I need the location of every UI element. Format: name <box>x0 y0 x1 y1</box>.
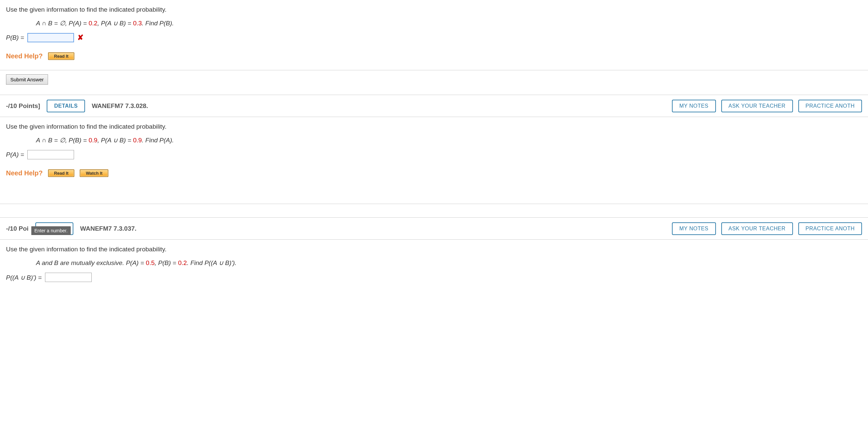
submit-answer-button[interactable]: Submit Answer <box>6 74 48 85</box>
my-notes-button[interactable]: MY NOTES <box>672 222 716 235</box>
need-help-label: Need Help? <box>6 169 43 177</box>
q2-header-right: MY NOTES ASK YOUR TEACHER PRACTICE ANOTH <box>672 100 862 112</box>
q1-submit-area: Submit Answer <box>0 70 868 95</box>
ask-teacher-button[interactable]: ASK YOUR TEACHER <box>721 222 793 235</box>
question-2: Use the given information to find the in… <box>0 117 868 204</box>
q2-ref: WANEFM7 7.3.028. <box>92 102 148 110</box>
question-3-header: -/10 Poi Enter a number. DETAILS WANEFM7… <box>0 217 868 240</box>
q1-val2: 0.3 <box>133 20 142 27</box>
tooltip-enter-number: Enter a number. <box>31 226 71 235</box>
q2-problem: A ∩ B = ∅, P(B) = 0.9, P(A ∪ B) = 0.9. F… <box>36 136 862 144</box>
q1-answer-label: P(B) = <box>6 34 24 41</box>
q2-val2: 0.9 <box>133 137 142 144</box>
q3-pre: A and B are mutually exclusive. P(A) = <box>36 259 146 266</box>
q2-header-left: -/10 Points] DETAILS WANEFM7 7.3.028. <box>6 100 148 112</box>
read-it-button[interactable]: Read It <box>48 52 74 60</box>
q3-val2: 0.2 <box>178 259 187 266</box>
q1-need-help: Need Help? Read It <box>6 52 862 60</box>
watch-it-button[interactable]: Watch It <box>80 169 108 177</box>
spacer <box>0 204 868 217</box>
q2-answer-label: P(A) = <box>6 151 24 158</box>
q2-pre: A ∩ B = ∅, P(B) = <box>36 137 89 144</box>
q3-mid: , P(B) = <box>155 259 178 266</box>
need-help-label: Need Help? <box>6 52 43 60</box>
q3-ref: WANEFM7 7.3.037. <box>80 225 136 232</box>
q1-mid: , P(A ∪ B) = <box>97 20 133 27</box>
q1-answer-row: P(B) = ✘ <box>6 33 862 42</box>
q3-post: . Find P((A ∪ B)'). <box>187 259 237 266</box>
q3-header-left: -/10 Poi Enter a number. DETAILS WANEFM7… <box>6 222 136 235</box>
q3-answer-label: P((A ∪ B)') = <box>6 274 42 281</box>
question-2-header: -/10 Points] DETAILS WANEFM7 7.3.028. MY… <box>0 95 868 117</box>
details-button[interactable]: DETAILS <box>47 100 85 112</box>
read-it-button[interactable]: Read It <box>48 169 74 177</box>
q3-instruction: Use the given information to find the in… <box>6 246 862 253</box>
q1-problem: A ∩ B = ∅, P(A) = 0.2, P(A ∪ B) = 0.3. F… <box>36 19 862 27</box>
q1-post: . Find P(B). <box>142 20 174 27</box>
practice-another-button[interactable]: PRACTICE ANOTH <box>798 222 862 235</box>
q3-points-prefix: -/10 Poi <box>6 225 29 232</box>
q3-answer-row: P((A ∪ B)') = <box>6 273 862 282</box>
q2-answer-row: P(A) = <box>6 150 862 159</box>
q2-mid: , P(A ∪ B) = <box>97 137 133 144</box>
q2-instruction: Use the given information to find the in… <box>6 123 862 130</box>
q2-points: -/10 Points] <box>6 102 40 110</box>
question-1: Use the given information to find the in… <box>0 0 868 60</box>
q1-answer-input[interactable] <box>27 33 74 42</box>
q3-val1: 0.5 <box>146 259 154 266</box>
q3-answer-input[interactable] <box>45 273 92 282</box>
q1-val1: 0.2 <box>89 20 97 27</box>
ask-teacher-button[interactable]: ASK YOUR TEACHER <box>721 100 793 112</box>
q2-val1: 0.9 <box>89 137 97 144</box>
incorrect-icon: ✘ <box>78 33 83 42</box>
my-notes-button[interactable]: MY NOTES <box>672 100 716 112</box>
q3-problem: A and B are mutually exclusive. P(A) = 0… <box>36 259 862 267</box>
q1-pre: A ∩ B = ∅, P(A) = <box>36 20 89 27</box>
q2-post: . Find P(A). <box>142 137 174 144</box>
question-3: Use the given information to find the in… <box>0 240 868 282</box>
q1-instruction: Use the given information to find the in… <box>6 6 862 13</box>
practice-another-button[interactable]: PRACTICE ANOTH <box>798 100 862 112</box>
q3-header-right: MY NOTES ASK YOUR TEACHER PRACTICE ANOTH <box>672 222 862 235</box>
q2-answer-input[interactable] <box>27 150 74 159</box>
q2-need-help: Need Help? Read It Watch It <box>6 169 862 177</box>
